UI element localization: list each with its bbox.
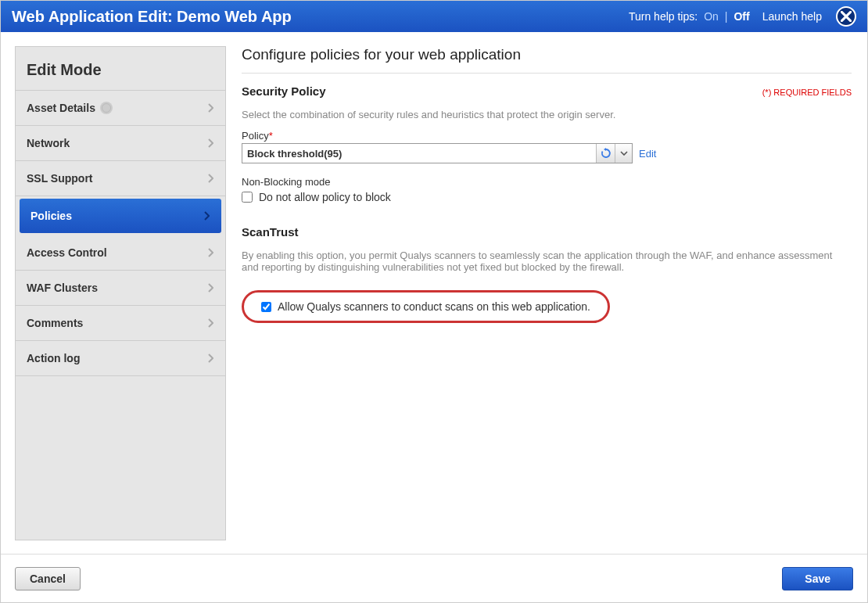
header-tools: Turn help tips: On | Off Launch help — [629, 6, 856, 27]
refresh-icon — [601, 148, 612, 159]
chevron-right-icon — [206, 354, 214, 362]
sidebar-item-label: Comments — [27, 317, 83, 329]
save-button[interactable]: Save — [782, 567, 853, 590]
scantrust-title: ScanTrust — [242, 225, 852, 239]
policy-field-label: Policy* — [242, 130, 852, 142]
sidebar-item-label: WAF Clusters — [27, 282, 98, 294]
help-tips-off[interactable]: Off — [733, 10, 749, 23]
required-fields-note: (*) REQUIRED FIELDS — [762, 88, 852, 97]
page-title: Configure policies for your web applicat… — [242, 46, 852, 74]
help-tips-separator: | — [725, 10, 728, 23]
sidebar-item-label: Asset Details — [27, 102, 95, 114]
nonblocking-checkbox-label: Do not allow policy to block — [259, 191, 391, 203]
chevron-right-icon — [203, 212, 210, 220]
dialog-title: Web Application Edit: Demo Web App — [12, 8, 292, 26]
security-policy-header: Security Policy (*) REQUIRED FIELDS — [242, 84, 852, 98]
policy-refresh-button[interactable] — [596, 144, 615, 163]
chevron-right-icon — [206, 139, 214, 147]
sidebar-item-asset-details[interactable]: Asset Details — [16, 91, 225, 126]
sidebar-item-ssl-support[interactable]: SSL Support — [16, 161, 225, 196]
scantrust-checkbox-label: Allow Qualys scanners to conduct scans o… — [278, 300, 590, 313]
security-policy-hint: Select the combination of security rules… — [242, 109, 852, 120]
sidebar-title: Edit Mode — [16, 53, 225, 91]
sidebar-item-label: Policies — [30, 210, 72, 222]
sidebar-item-label: Access Control — [27, 246, 107, 259]
policy-select[interactable]: Block threshold(95) — [242, 143, 633, 163]
scantrust-checkbox[interactable] — [261, 302, 271, 312]
nonblocking-checkbox-row[interactable]: Do not allow policy to block — [242, 191, 852, 203]
help-tips-label: Turn help tips: — [629, 10, 698, 23]
close-button[interactable] — [836, 6, 856, 27]
sidebar-item-policies[interactable]: Policies — [20, 199, 221, 233]
sidebar-item-network[interactable]: Network — [16, 126, 225, 161]
launch-help-link[interactable]: Launch help — [762, 10, 822, 23]
scantrust-callout: Allow Qualys scanners to conduct scans o… — [242, 290, 610, 323]
sidebar-item-label: SSL Support — [27, 172, 93, 185]
chevron-right-icon — [206, 104, 214, 112]
policy-edit-link[interactable]: Edit — [639, 148, 656, 160]
sidebar: Edit Mode Asset Details Network SSL Supp… — [15, 46, 226, 540]
nonblocking-mode-label: Non-Blocking mode — [242, 176, 852, 188]
sidebar-item-label: Network — [27, 137, 70, 149]
main-panel: Configure policies for your web applicat… — [226, 32, 867, 540]
help-tips-on[interactable]: On — [704, 10, 719, 23]
globe-icon — [100, 102, 113, 114]
chevron-right-icon — [206, 174, 214, 182]
policy-field-row: Block threshold(95) Edit — [242, 143, 852, 163]
sidebar-item-action-log[interactable]: Action log — [16, 341, 225, 376]
dialog-body: Edit Mode Asset Details Network SSL Supp… — [1, 32, 867, 540]
cancel-button[interactable]: Cancel — [15, 567, 81, 590]
sidebar-item-label: Action log — [27, 352, 80, 364]
sidebar-item-access-control[interactable]: Access Control — [16, 235, 225, 271]
chevron-right-icon — [206, 284, 214, 292]
close-icon — [841, 11, 852, 22]
policy-select-value: Block threshold(95) — [242, 148, 596, 160]
policy-dropdown-button[interactable] — [615, 144, 632, 163]
sidebar-item-comments[interactable]: Comments — [16, 306, 225, 341]
sidebar-item-waf-clusters[interactable]: WAF Clusters — [16, 271, 225, 306]
chevron-down-icon — [620, 151, 628, 156]
dialog-header: Web Application Edit: Demo Web App Turn … — [1, 1, 867, 32]
dialog-footer: Cancel Save — [1, 554, 867, 602]
scantrust-hint: By enabling this option, you permit Qual… — [242, 249, 852, 273]
chevron-right-icon — [206, 249, 214, 257]
chevron-right-icon — [206, 319, 214, 327]
security-policy-title: Security Policy — [242, 84, 326, 98]
nonblocking-checkbox[interactable] — [242, 192, 253, 203]
